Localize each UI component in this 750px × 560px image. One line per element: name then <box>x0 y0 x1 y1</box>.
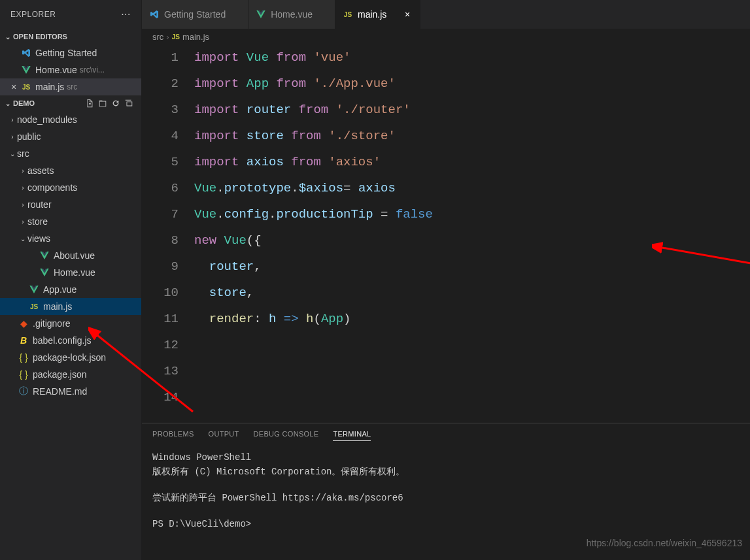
open-editor-item[interactable]: Home.vuesrc\vi... <box>0 61 141 78</box>
vue-icon <box>20 63 33 76</box>
watermark-text: https://blog.csdn.net/weixin_46596213 <box>587 538 742 548</box>
folder-item[interactable]: ›assets <box>0 162 141 179</box>
collapse-icon[interactable] <box>123 97 135 109</box>
js-icon: JS <box>20 80 33 93</box>
terminal-line: 尝试新的跨平台 PowerShell https://aka.ms/pscore… <box>152 491 740 505</box>
chevron-right-icon: › <box>18 184 27 191</box>
panel-tab-problems[interactable]: PROBLEMS <box>152 430 194 441</box>
refresh-icon[interactable] <box>110 97 122 109</box>
vue-icon <box>38 249 51 262</box>
breadcrumb[interactable]: src › JS main.js <box>142 29 750 44</box>
terminal-line: 版权所有 (C) Microsoft Corporation。保留所有权利。 <box>152 465 740 479</box>
explorer-more-icon[interactable]: ··· <box>121 8 131 20</box>
file-item[interactable]: About.vue <box>0 247 141 264</box>
breadcrumb-part[interactable]: src <box>152 32 163 42</box>
item-label: main.js <box>43 301 72 312</box>
folder-item[interactable]: ›node_modules <box>0 111 141 128</box>
item-label: components <box>27 182 77 193</box>
new-folder-icon[interactable] <box>97 97 109 109</box>
file-dir: src\vi... <box>80 65 105 74</box>
chevron-down-icon: ⌄ <box>3 100 13 107</box>
panel-tab-terminal[interactable]: TERMINAL <box>333 430 371 441</box>
new-file-icon[interactable] <box>84 97 95 109</box>
tab-bar: Getting StartedHome.vueJSmain.js× <box>142 0 750 29</box>
project-actions <box>84 97 139 109</box>
item-label: node_modules <box>17 114 77 125</box>
tab-label: Getting Started <box>164 9 226 20</box>
file-label: main.js <box>35 82 64 92</box>
code-content[interactable]: import Vue from 'vue'import App from './… <box>194 44 750 423</box>
panel-tab-output[interactable]: OUTPUT <box>209 430 239 441</box>
file-item[interactable]: { }package-lock.json <box>0 349 141 366</box>
folder-item[interactable]: ›store <box>0 213 141 230</box>
folder-item[interactable]: ›components <box>0 179 141 196</box>
tab-label: main.js <box>358 9 386 20</box>
chevron-right-icon: › <box>8 133 17 140</box>
git-icon: ◆ <box>17 317 30 330</box>
item-label: README.md <box>33 386 87 397</box>
editor-tab[interactable]: Home.vue <box>248 0 335 29</box>
item-label: package-lock.json <box>33 352 106 363</box>
json-icon: { } <box>17 351 30 364</box>
chevron-right-icon: › <box>18 201 27 208</box>
line-gutter: 1234567891011121314 <box>142 44 194 423</box>
js-icon: JS <box>342 8 354 20</box>
explorer-header: EXPLORER ··· <box>0 0 141 29</box>
file-item[interactable]: { }package.json <box>0 366 141 383</box>
panel-tabs: PROBLEMSOUTPUTDEBUG CONSOLETERMINAL <box>142 423 750 445</box>
file-label: Getting Started <box>35 48 97 58</box>
project-label: DEMO <box>13 99 35 107</box>
file-item[interactable]: JSmain.js <box>0 298 141 315</box>
editor-tab[interactable]: JSmain.js× <box>335 0 420 29</box>
open-editors-header[interactable]: ⌄ OPEN EDITORS <box>0 29 141 44</box>
babel-icon: B <box>17 334 30 347</box>
vscode-icon <box>20 46 33 59</box>
vue-icon <box>255 8 267 20</box>
breadcrumb-part[interactable]: main.js <box>182 32 209 42</box>
js-icon: JS <box>172 33 180 41</box>
item-label: App.vue <box>43 284 77 295</box>
item-label: router <box>27 199 52 210</box>
open-editor-item[interactable]: Getting Started <box>0 44 141 61</box>
item-label: src <box>17 148 29 159</box>
tab-label: Home.vue <box>271 9 313 20</box>
chevron-right-icon: › <box>8 116 17 124</box>
folder-item[interactable]: ›router <box>0 196 141 213</box>
chevron-right-icon: › <box>18 218 27 225</box>
folder-item[interactable]: ⌄src <box>0 145 141 162</box>
file-item[interactable]: ◆.gitignore <box>0 315 141 332</box>
vue-icon <box>38 266 51 279</box>
code-editor[interactable]: 1234567891011121314 import Vue from 'vue… <box>142 44 750 423</box>
explorer-sidebar: EXPLORER ··· ⌄ OPEN EDITORS Getting Star… <box>0 0 142 560</box>
folder-item[interactable]: ›public <box>0 128 141 145</box>
file-item[interactable]: Bbabel.config.js <box>0 332 141 349</box>
terminal-line: Windows PowerShell <box>152 450 740 465</box>
item-label: package.json <box>33 369 87 380</box>
panel-tab-debug-console[interactable]: DEBUG CONSOLE <box>254 430 319 441</box>
item-label: Home.vue <box>54 267 95 278</box>
open-editor-item[interactable]: ×JSmain.jssrc <box>0 78 141 95</box>
chevron-down-icon: ⌄ <box>8 150 17 157</box>
folder-item[interactable]: ⌄views <box>0 230 141 247</box>
item-label: babel.config.js <box>33 335 92 346</box>
chevron-right-icon: › <box>18 167 27 174</box>
file-item[interactable]: ⓘREADME.md <box>0 383 141 400</box>
project-header[interactable]: ⌄ DEMO <box>0 95 141 111</box>
open-editors-label: OPEN EDITORS <box>13 33 67 41</box>
chevron-down-icon: ⌄ <box>18 235 27 242</box>
item-label: public <box>17 131 41 142</box>
close-icon[interactable]: × <box>8 82 20 92</box>
explorer-title: EXPLORER <box>10 10 56 19</box>
vue-icon <box>27 283 41 296</box>
editor-tab[interactable]: Getting Started <box>142 0 248 29</box>
item-label: views <box>27 233 50 244</box>
file-item[interactable]: Home.vue <box>0 264 141 281</box>
close-icon[interactable]: × <box>401 9 413 20</box>
terminal-prompt[interactable]: PS D:\VueCli\demo> <box>152 517 740 531</box>
file-label: Home.vue <box>35 65 77 75</box>
chevron-down-icon: ⌄ <box>3 33 13 41</box>
item-label: assets <box>27 165 54 176</box>
info-icon: ⓘ <box>17 385 30 398</box>
file-dir: src <box>67 82 77 91</box>
file-item[interactable]: App.vue <box>0 281 141 298</box>
